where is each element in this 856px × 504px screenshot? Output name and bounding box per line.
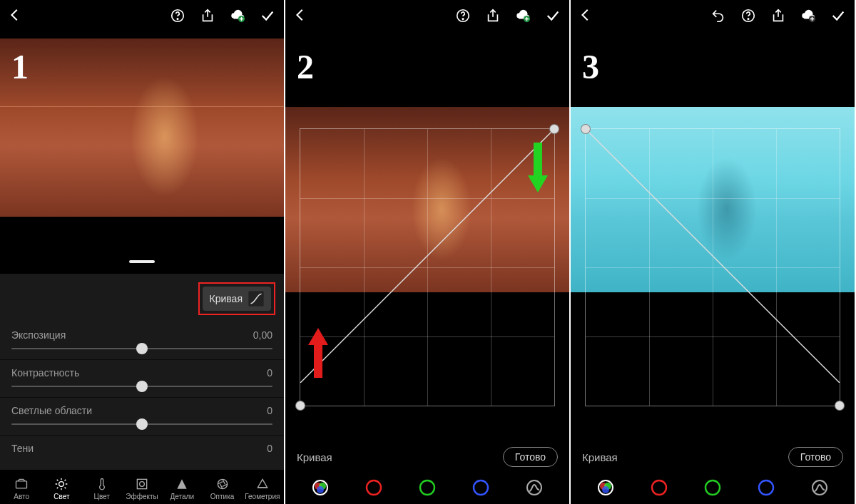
slider-label: Контрастность [11,367,79,379]
nav-detail[interactable]: Детали [162,474,202,500]
svg-point-24 [748,19,748,19]
auto-icon [14,477,29,491]
svg-point-34 [812,480,827,495]
undo-icon[interactable] [710,8,726,24]
red-channel-icon[interactable] [650,478,668,497]
channel-row [285,478,569,497]
nav-label: Геометрия [245,493,280,500]
nav-optics[interactable]: Оптика [202,474,242,500]
slider-label: Светлые области [11,405,92,416]
help-icon[interactable] [170,8,185,24]
svg-point-31 [652,480,666,495]
checkmark-icon[interactable] [545,8,561,24]
curve-footer: Кривая Готово [285,447,569,467]
svg-point-8 [218,479,227,488]
step-number: 1 [11,47,29,86]
thermometer-icon [95,477,109,491]
svg-point-4 [59,481,64,486]
checkmark-icon[interactable] [260,8,275,24]
svg-marker-14 [528,143,548,192]
curve-button-label: Кривая [210,293,243,304]
lens-icon [215,477,230,491]
detail-icon [175,477,189,491]
svg-point-33 [759,480,773,495]
svg-point-1 [177,19,178,19]
red-channel-icon[interactable] [365,478,383,497]
curve-point-highlights[interactable] [835,401,845,411]
svg-rect-3 [16,480,27,488]
svg-point-19 [367,480,381,495]
done-button[interactable]: Готово [503,447,558,467]
nav-effects[interactable]: Эффекты [122,474,162,500]
slider-contrast[interactable]: Контрастность 0 [0,360,284,398]
svg-marker-13 [308,328,328,378]
svg-point-10 [462,19,463,19]
cloud-sync-icon[interactable] [800,8,816,24]
done-button[interactable]: Готово [788,447,843,467]
back-icon[interactable] [578,7,593,23]
nav-label: Авто [14,493,29,500]
help-icon[interactable] [455,8,471,24]
slider-label: Тени [11,443,34,454]
curve-button-highlight: Кривая [198,282,275,315]
panel-step-2: 2 Кривая Готово [285,0,571,504]
green-channel-icon[interactable] [418,478,437,497]
arrow-up-annotation [308,328,328,378]
nav-label: Детали [170,493,194,500]
curve-button[interactable]: Кривая [203,287,271,311]
svg-marker-7 [178,479,187,488]
green-channel-icon[interactable] [703,478,722,497]
svg-point-32 [705,480,720,495]
sun-icon [54,477,68,491]
share-icon[interactable] [485,8,501,24]
slider-value: 0 [267,443,272,454]
curve-grid[interactable] [300,128,555,406]
blue-channel-icon[interactable] [472,478,490,497]
cloud-sync-icon[interactable] [230,8,245,24]
top-toolbar [285,0,569,31]
curve-point-highlights[interactable] [549,124,559,134]
arrow-down-annotation [528,143,548,192]
slider-exposure[interactable]: Экспозиция 0,00 [0,322,284,360]
back-icon[interactable] [292,7,308,23]
svg-point-22 [527,480,541,495]
svg-rect-5 [137,479,146,488]
light-sliders-panel: Кривая Экспозиция 0,00 Контрастность 0 [0,274,284,470]
curve-label: Кривая [582,451,618,463]
checkmark-icon[interactable] [830,8,846,24]
curve-grid[interactable] [585,128,840,406]
share-icon[interactable] [200,8,215,24]
svg-point-20 [420,480,434,495]
top-toolbar [571,0,855,31]
blue-channel-icon[interactable] [757,478,775,497]
nav-auto[interactable]: Авто [1,474,41,500]
back-icon[interactable] [7,7,23,23]
top-toolbar [0,0,284,31]
nav-light[interactable]: Свет [41,474,81,500]
slider-value: 0 [267,405,272,416]
share-icon[interactable] [770,8,786,24]
slider-value: 0,00 [253,329,272,341]
nav-label: Свет [54,493,69,500]
geometry-icon [255,477,270,491]
channel-row [571,478,855,497]
slider-highlights[interactable]: Светлые области 0 [0,398,284,436]
photo-preview[interactable] [0,38,284,217]
curve-point-shadows[interactable] [581,124,591,134]
drawer-handle[interactable] [129,260,155,263]
nav-geometry[interactable]: Геометрия [243,474,282,500]
panel-step-3: 3 Кривая Готово [571,0,856,504]
curve-point-shadows[interactable] [295,401,305,411]
parametric-icon[interactable] [810,478,829,497]
svg-point-6 [140,481,145,486]
slider-label: Экспозиция [11,329,66,341]
slider-shadows[interactable]: Тени 0 [0,436,284,471]
parametric-icon[interactable] [525,478,544,497]
svg-point-21 [474,480,488,495]
help-icon[interactable] [740,8,756,24]
nav-color[interactable]: Цвет [82,474,122,500]
cloud-sync-icon[interactable] [515,8,531,24]
rgb-channel-icon[interactable] [596,478,615,497]
step-number: 2 [297,47,314,86]
rgb-channel-icon[interactable] [311,478,330,497]
